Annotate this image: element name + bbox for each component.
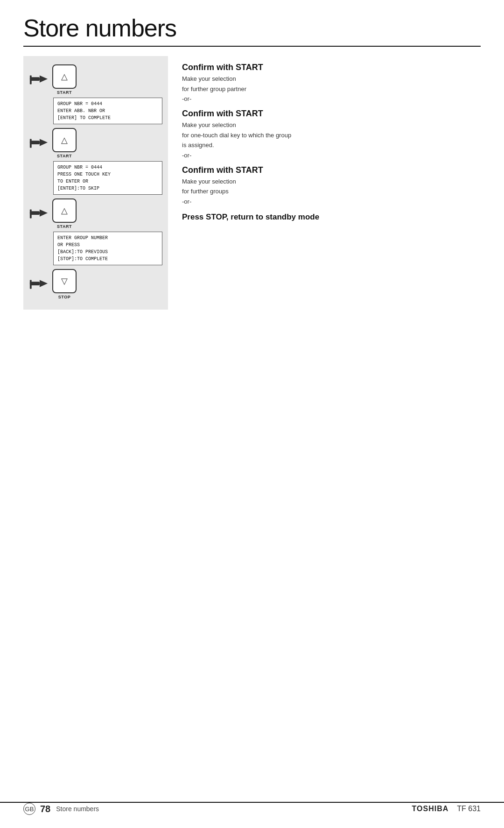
desc-text-2a: Make your selection <box>182 120 481 130</box>
desc-or-3: -or- <box>182 198 481 205</box>
start-label-1: START <box>57 90 72 95</box>
screen-line-1-1: GROUP NBR = 0444 <box>57 100 158 107</box>
screen-line-3-3: [BACK]:TO PREVIOUS <box>57 248 158 255</box>
stop-icon-4: ▽ <box>61 276 68 286</box>
start-icon-2: △ <box>61 135 68 145</box>
step-top-4: ▽ STOP <box>29 269 162 299</box>
desc-text-2b: for one-touch dial key to which the grou… <box>182 131 481 140</box>
step-block-4: ▽ STOP <box>29 269 162 299</box>
screen-line-1-3: [ENTER] TO COMPLETE <box>57 114 158 121</box>
desc-section-1: Confirm with START Make your selection f… <box>182 63 481 102</box>
start-label-2: START <box>57 154 72 158</box>
screen-display-2: GROUP NBR = 0444 PRESS ONE TOUCH KEY TO … <box>53 161 162 195</box>
screen-line-2-1: GROUP NBR = 0444 <box>57 164 158 171</box>
step-top-2: △ START <box>29 128 162 158</box>
page-title: Store numbers <box>0 0 504 42</box>
desc-section-4: Press STOP, return to standby mode <box>182 212 481 223</box>
hand-icon-3 <box>29 204 49 226</box>
hand-icon-4 <box>29 275 49 296</box>
desc-section-3: Confirm with START Make your selection f… <box>182 165 481 205</box>
confirm-text-1: Confirm with START <box>182 63 481 72</box>
start-button-1[interactable]: △ START <box>52 64 77 95</box>
screen-line-3-4: [STOP]:TO COMPLETE <box>57 255 158 262</box>
start-label-3: START <box>57 224 72 229</box>
start-icon-3: △ <box>61 205 68 216</box>
svg-rect-2 <box>30 75 32 84</box>
stop-label-4: STOP <box>58 295 70 299</box>
screen-line-3-1: ENTER GROUP NUMBER <box>57 234 158 241</box>
svg-marker-4 <box>40 139 48 146</box>
hand-icon-2 <box>29 134 49 155</box>
hand-icon-1 <box>29 70 49 92</box>
screen-line-2-4: [ENTER]:TO SKIP <box>57 185 158 192</box>
start-button-2[interactable]: △ START <box>52 128 77 158</box>
step-block-2: △ START GROUP NBR = 0444 PRESS ONE TOUCH… <box>29 128 162 195</box>
svg-marker-7 <box>40 209 48 216</box>
start-icon-1: △ <box>61 71 68 82</box>
svg-rect-8 <box>30 209 32 218</box>
desc-text-1a: Make your selection <box>182 74 481 84</box>
svg-marker-1 <box>40 75 48 82</box>
step-top-3: △ START <box>29 198 162 229</box>
description-panel: Confirm with START Make your selection f… <box>168 56 481 310</box>
desc-section-2: Confirm with START Make your selection f… <box>182 109 481 159</box>
footer-model: TF 631 <box>457 805 481 813</box>
footer-gb-badge: GB <box>23 803 35 815</box>
svg-marker-10 <box>40 280 48 287</box>
screen-line-2-2: PRESS ONE TOUCH KEY <box>57 171 158 178</box>
desc-text-3b: for further groups <box>182 187 481 196</box>
step-top-1: △ START <box>29 64 162 95</box>
stop-text-4: Press STOP, return to standby mode <box>182 212 481 223</box>
screen-line-2-3: TO ENTER OR <box>57 178 158 185</box>
title-divider <box>23 46 481 47</box>
screen-line-3-2: OR PRESS <box>57 241 158 248</box>
desc-or-1: -or- <box>182 95 481 102</box>
confirm-text-2: Confirm with START <box>182 109 481 119</box>
stop-button-4[interactable]: ▽ STOP <box>52 269 77 299</box>
footer-page-number: 78 <box>40 804 50 814</box>
start-button-3[interactable]: △ START <box>52 198 77 229</box>
screen-display-3: ENTER GROUP NUMBER OR PRESS [BACK]:TO PR… <box>53 232 162 265</box>
svg-rect-5 <box>30 139 32 148</box>
step-block-3: △ START ENTER GROUP NUMBER OR PRESS [BAC… <box>29 198 162 265</box>
step-block-1: △ START GROUP NBR = 0444 ENTER ABB. NBR … <box>29 64 162 124</box>
desc-text-2c: is assigned. <box>182 141 481 150</box>
footer-section-label: Store numbers <box>56 805 412 813</box>
svg-rect-11 <box>30 280 32 289</box>
screen-display-1: GROUP NBR = 0444 ENTER ABB. NBR OR [ENTE… <box>53 98 162 124</box>
desc-text-1b: for further group partner <box>182 85 481 94</box>
desc-text-3a: Make your selection <box>182 177 481 186</box>
desc-or-2: -or- <box>182 152 481 159</box>
screen-line-1-2: ENTER ABB. NBR OR <box>57 107 158 114</box>
footer: GB 78 Store numbers TOSHIBA TF 631 <box>0 802 504 815</box>
diagram-panel: △ START GROUP NBR = 0444 ENTER ABB. NBR … <box>23 56 168 310</box>
footer-brand: TOSHIBA <box>412 805 449 813</box>
main-content: △ START GROUP NBR = 0444 ENTER ABB. NBR … <box>23 56 481 310</box>
confirm-text-3: Confirm with START <box>182 165 481 175</box>
